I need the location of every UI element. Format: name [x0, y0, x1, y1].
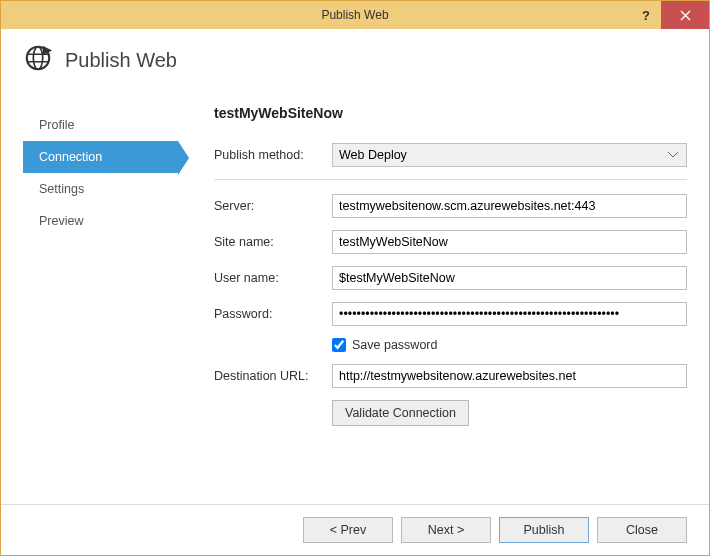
titlebar: Publish Web ?	[1, 1, 709, 29]
user-name-input[interactable]	[332, 266, 687, 290]
validate-connection-button[interactable]: Validate Connection	[332, 400, 469, 426]
user-name-row: User name:	[214, 266, 687, 290]
save-password-checkbox[interactable]	[332, 338, 346, 352]
close-window-button[interactable]	[661, 1, 709, 29]
sidebar-item-settings[interactable]: Settings	[23, 173, 178, 205]
save-password-row: Save password	[214, 338, 687, 352]
password-row: Password:	[214, 302, 687, 326]
divider	[214, 179, 687, 180]
site-name-input[interactable]	[332, 230, 687, 254]
sidebar-item-connection[interactable]: Connection	[23, 141, 178, 173]
server-label: Server:	[214, 199, 332, 213]
destination-url-row: Destination URL:	[214, 364, 687, 388]
dialog-header: Publish Web	[1, 29, 709, 89]
destination-url-input[interactable]	[332, 364, 687, 388]
password-label: Password:	[214, 307, 332, 321]
wizard-main: testMyWebSiteNow Publish method: Web Dep…	[178, 101, 687, 504]
window-title: Publish Web	[1, 8, 709, 22]
site-name-label: Site name:	[214, 235, 332, 249]
server-input[interactable]	[332, 194, 687, 218]
wizard-sidebar: Profile Connection Settings Preview	[23, 101, 178, 504]
publish-method-select[interactable]: Web Deploy	[332, 143, 687, 167]
publish-method-label: Publish method:	[214, 148, 332, 162]
publish-button[interactable]: Publish	[499, 517, 589, 543]
site-name-row: Site name:	[214, 230, 687, 254]
save-password-checkbox-wrap[interactable]: Save password	[332, 338, 687, 352]
titlebar-buttons: ?	[631, 1, 709, 29]
user-name-label: User name:	[214, 271, 332, 285]
sidebar-item-preview[interactable]: Preview	[23, 205, 178, 237]
dialog-title: Publish Web	[65, 49, 177, 72]
close-button[interactable]: Close	[597, 517, 687, 543]
destination-url-label: Destination URL:	[214, 369, 332, 383]
validate-row: Validate Connection	[214, 400, 687, 426]
server-row: Server:	[214, 194, 687, 218]
publish-method-row: Publish method: Web Deploy	[214, 143, 687, 167]
save-password-label: Save password	[352, 338, 437, 352]
publish-web-dialog: Publish Web ? Publish Web Profile Connec…	[0, 0, 710, 556]
password-input[interactable]	[332, 302, 687, 326]
dialog-footer: < Prev Next > Publish Close	[1, 504, 709, 555]
svg-point-1	[33, 47, 42, 70]
help-button[interactable]: ?	[631, 1, 661, 29]
prev-button[interactable]: < Prev	[303, 517, 393, 543]
globe-publish-icon	[23, 43, 53, 77]
profile-name: testMyWebSiteNow	[214, 105, 687, 121]
next-button[interactable]: Next >	[401, 517, 491, 543]
close-icon	[680, 10, 691, 21]
dialog-body: Profile Connection Settings Preview test…	[1, 89, 709, 504]
sidebar-item-profile[interactable]: Profile	[23, 109, 178, 141]
